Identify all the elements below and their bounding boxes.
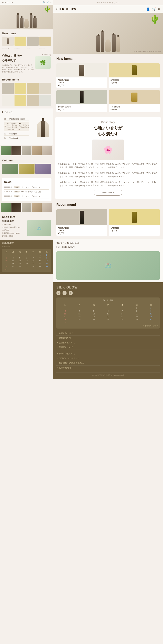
list-item[interactable] [40,83,51,94]
list-item[interactable] [2,164,18,174]
product-name-1: Moisturizingcream [58,79,106,84]
left-footer: SILK GLOW 心地よい香り 日月火 水木金土 12 3456789 101… [0,240,53,274]
list-item[interactable] [27,95,38,106]
recommend-price-2: ¥2,750 [110,230,158,232]
list-item[interactable]: 配送日について [56,345,160,350]
right-recommend-section: Recommend Moisturizingcream ¥3,080 [53,200,163,239]
right-header: SILK GLOW 👤 🛒 ≡ [53,5,163,13]
list-item[interactable] [40,36,51,46]
list-item[interactable] [40,95,51,106]
left-footer-tagline: 心地よい香り [2,246,51,248]
left-footer-logo: SILK GLOW [2,242,51,244]
list-item[interactable]: お支払いについて [56,340,160,345]
read-more-button[interactable]: Read more › [94,190,122,196]
list-item[interactable] [2,95,14,106]
product-info-4: Treatment ¥5,000 [109,104,160,112]
product-price-1: ¥5,000 [58,84,106,87]
cart-icon[interactable]: 🛒 [46,1,49,4]
recommend-bottle-1 [80,211,84,224]
list-item[interactable] [14,95,26,106]
right-new-items-title: New Items [56,57,160,61]
bottle-2 [20,18,24,28]
search-icon[interactable]: 🔍 [43,1,45,4]
list-item[interactable]: お買い物ガイド [56,331,160,336]
list-item[interactable]: プライバシーポリシー [56,356,160,361]
list-item[interactable]: 2024.03.10 News サイトをオープンしました [4,185,49,190]
bottle-serum [80,91,84,103]
menu-icon-right[interactable]: ≡ [158,7,160,10]
left-logo: SILK GLOW [2,2,14,4]
bottle-3 [24,18,29,28]
left-shop-info-grid: SILK GLOW 〒000-0000 大阪府大阪市○○区○○1-1-1 ○○ビ… [2,220,51,238]
left-brand-story-text: この文章はダミーです。文字の大きさ、量、字間、行間を確認するために入れています。… [2,64,35,73]
menu-icon[interactable]: ≡ [50,1,52,4]
product-name-2: Shampoo [110,79,158,81]
list-item[interactable] [27,36,38,46]
cactus-decoration: 🌵 [44,6,51,13]
strip-image-3 [22,146,32,155]
user-icon[interactable]: 👤 [146,7,150,10]
list-item[interactable]: Treatment ¥5,000 [109,90,160,112]
list-item[interactable]: 特定商取引法に基づく表記 [56,361,160,366]
list-item[interactable]: Shampoo ¥2,750 [109,209,160,236]
footer-calendar: 2024年3月 日月火 水木金土 12 34 [56,298,160,328]
left-news-section: News 2024.03.10 News サイトをオープンしました 2024.0… [2,178,52,201]
recommend-img-1 [56,209,107,225]
list-item[interactable] [14,83,26,94]
hero-bottle-r1 [96,35,100,52]
brand-story-desc-3: この文章はダミーです。文字の大きさ、量、字間、行間を確認するために入れています。… [58,180,158,187]
list-item[interactable]: 2024.03.10 News サイトをオープンしました [4,194,49,198]
cart-icon-right[interactable]: 🛒 [152,7,156,10]
list-item[interactable]: Moisturizingcream ¥3,080 [56,209,107,236]
strip-image-1 [1,146,11,155]
list-item[interactable]: Moisturizingcream ¥5,000 [56,63,107,88]
left-image-strip-2 [0,203,53,212]
list-item[interactable]: Beauty serum ¥5,000 [56,90,107,112]
facebook-icon[interactable]: f [69,291,73,295]
list-item[interactable]: 04 Treatment [4,136,29,140]
bottle-treatment [131,92,138,102]
right-header-icons: 👤 🛒 ≡ [146,7,160,10]
left-lineup-section: Line up 01 Moisturizing cream 02 02 Beau… [0,108,53,145]
strip-image-9 [32,203,42,212]
brand-story-flower-image: 🌸 [92,140,124,160]
right-brand-story-label: Brand story [58,120,158,124]
strip-image-4 [32,146,42,155]
product-price-3: ¥5,000 [58,108,106,111]
calendar-title: 2024年3月 [58,299,158,302]
left-image-strip [0,146,53,155]
footer-copyright: copyright (c) SILK GLOW all rights reser… [56,372,160,376]
list-item[interactable]: 02 02 Beauty serum この文章はダミーです。文字の大きさ、量、字… [4,122,29,132]
list-item[interactable] [27,83,38,94]
list-item[interactable]: Shampoo ¥5,000 [109,63,160,88]
strip-image-5 [42,146,52,155]
left-recommend-grid [2,83,51,94]
left-footer-calendar: 日月火 水木金土 12 3456789 10111213141516 17181… [2,249,51,272]
right-footer-logo: SILK GLOW [56,286,160,289]
recommend-bottle-2 [132,212,137,223]
list-item[interactable]: 2024.03.10 News サイトをオープンしました [4,190,49,194]
list-item[interactable] [2,36,14,46]
left-shop-address: 〒000-0000 大阪府大阪市○○区○○1-1-1 ○○ビル1F 営業時間：1… [2,223,26,238]
calendar-view-more[interactable]: ≫ お店のカレンダー [58,325,158,327]
right-panel: サイトオープンしました！ SILK GLOW 👤 🛒 ≡ 🌵 Photo tak… [53,0,163,379]
right-brand-story-heading: 心地よい香りが 心を満たす [58,125,158,137]
twitter-icon[interactable]: 𝕏 [56,291,60,295]
list-item[interactable] [14,36,26,46]
list-item[interactable]: お問い合わせ [56,366,160,370]
lineup-bottle-decoration [37,121,49,137]
list-item[interactable] [2,83,14,94]
left-nav-icons: 🔍 🛒 ≡ [43,1,52,4]
list-item[interactable]: 01 Moisturizing cream [4,117,29,121]
left-map[interactable]: 🗺️ [27,220,51,236]
instagram-icon[interactable]: @ [62,291,66,295]
list-item[interactable] [35,164,51,174]
list-item[interactable] [18,164,34,174]
left-brand-image: 🌿 [35,56,51,69]
right-logo: SILK GLOW [56,7,76,10]
list-item[interactable]: 返料について [56,336,160,340]
list-item[interactable]: 販サイトについて [56,352,160,356]
bottle-cream [79,65,84,76]
right-map[interactable]: 🗺️ 📍 [56,251,160,280]
list-item[interactable]: 03 Shampoo [4,132,29,136]
